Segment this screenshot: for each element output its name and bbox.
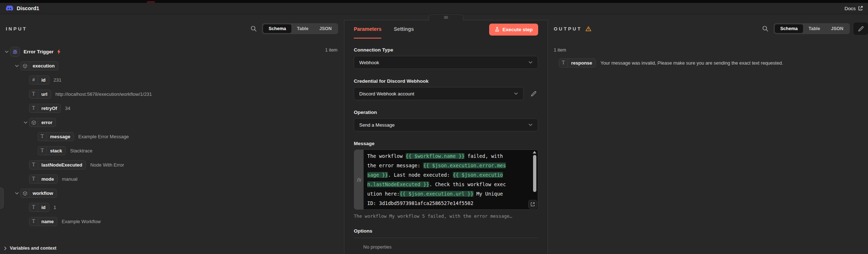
code-line: sage }}. Last node executed: {{ $json.ex… <box>367 170 530 180</box>
chevron-down-icon[interactable] <box>3 50 10 53</box>
credential-select[interactable]: Discord Webhook account <box>354 87 524 100</box>
message-evaluated-preview: The workflow My workflow 5 failed, with … <box>354 213 538 219</box>
execute-step-button[interactable]: Execute step <box>489 24 538 36</box>
edit-output-button[interactable] <box>853 22 868 35</box>
schema-key-name: workflow <box>29 189 56 197</box>
message-code-area[interactable]: The workflow {{ $workflow.name }} failed… <box>364 150 538 209</box>
schema-key-pill[interactable]: TretryOf <box>29 104 61 113</box>
output-row: TresponseYour message was invalid, Pleas… <box>548 57 868 68</box>
message-expression-editor[interactable]: fx The workflow {{ $workflow.name }} fai… <box>354 149 538 210</box>
connection-type-group: Connection Type Webhook <box>354 47 538 69</box>
text-type-icon: T <box>38 132 47 141</box>
chevron-down-icon[interactable] <box>13 192 20 194</box>
tree-row: TretryOf34 <box>0 101 344 115</box>
tree-row: TmessageExample Error Message <box>0 130 344 144</box>
output-schema-rows: TresponseYour message was invalid, Pleas… <box>548 57 868 68</box>
node-name-label[interactable]: Error Trigger <box>24 49 54 54</box>
tree-row: Turlhttp://localhost:5678/execution/work… <box>0 87 344 101</box>
expression-token: {{ $json.execution.error.mes <box>423 163 506 168</box>
output-search-icon[interactable] <box>762 25 769 32</box>
schema-key-pill[interactable]: Tmessage <box>38 132 74 141</box>
schema-key-pill[interactable]: Tname <box>29 217 57 226</box>
output-key-pill[interactable]: Tresponse <box>559 58 596 67</box>
schema-key-pill[interactable]: execution <box>20 61 58 70</box>
text-type-icon: T <box>29 175 38 183</box>
discord-logo-icon <box>5 4 13 12</box>
output-view-table[interactable]: Table <box>803 24 826 33</box>
schema-key-pill[interactable]: Turl <box>29 90 51 99</box>
input-panel-edge-handle[interactable] <box>0 188 4 209</box>
external-link-icon <box>858 6 863 11</box>
output-panel-header: OUTPUT SchemaTableJSON <box>548 14 868 35</box>
parameters-panel: ParametersSettings Execute step Connecti… <box>344 14 548 254</box>
expression-gutter: fx <box>354 150 364 209</box>
code-text: The workflow <box>367 153 406 159</box>
chevron-down-icon[interactable] <box>22 121 29 124</box>
pencil-icon <box>858 26 864 32</box>
warning-triangle-icon <box>585 26 591 32</box>
options-section-label: Options <box>354 228 538 238</box>
credential-edit-pencil-icon[interactable] <box>529 89 538 98</box>
schema-key-pill[interactable]: #id <box>29 75 49 85</box>
input-view-json[interactable]: JSON <box>314 24 337 33</box>
output-view-json[interactable]: JSON <box>826 24 849 33</box>
schema-key-name: error <box>38 118 56 127</box>
text-type-icon: T <box>29 203 38 212</box>
options-empty-text: No properties <box>363 244 538 250</box>
tab-parameters[interactable]: Parameters <box>354 20 381 38</box>
scrollbar-thumb[interactable] <box>533 155 536 192</box>
input-view-schema[interactable]: Schema <box>263 24 291 33</box>
input-panel-header: INPUT SchemaTableJSON <box>0 14 344 35</box>
fx-icon: fx <box>357 177 361 183</box>
panel-drag-handle[interactable] <box>429 14 463 20</box>
operation-select[interactable]: Send a Message <box>354 118 538 131</box>
output-key-name: response <box>568 59 595 67</box>
expand-editor-button[interactable] <box>528 200 537 209</box>
code-text: ID: 3d1dbd5973981afca2586527e14f5502 <box>367 200 474 206</box>
connection-type-select[interactable]: Webhook <box>354 56 538 69</box>
flask-icon <box>495 27 500 32</box>
credential-value: Discord Webhook account <box>359 91 414 97</box>
schema-key-pill[interactable]: Tstack <box>38 146 66 155</box>
number-type-icon: # <box>29 76 38 84</box>
code-line: The workflow {{ $workflow.name }} failed… <box>367 151 530 161</box>
output-panel: OUTPUT SchemaTableJSON 1 item TresponseY… <box>548 14 868 254</box>
output-view-schema[interactable]: Schema <box>775 24 803 33</box>
variables-and-context-row[interactable]: Variables and context <box>4 246 57 251</box>
object-icon <box>21 189 29 197</box>
operation-label: Operation <box>354 110 538 115</box>
docs-link-label: Docs <box>844 6 856 11</box>
input-search-icon[interactable] <box>250 25 257 32</box>
schema-key-pill[interactable]: TlastNodeExecuted <box>29 160 86 169</box>
code-text: failed, with <box>464 153 503 159</box>
connection-type-label: Connection Type <box>354 47 538 53</box>
error-trigger-node-icon <box>10 47 20 57</box>
tree-row: TstackStacktrace <box>0 144 344 158</box>
text-type-icon: T <box>29 90 38 98</box>
chevron-down-icon[interactable] <box>13 65 20 67</box>
tab-settings[interactable]: Settings <box>394 20 414 38</box>
expression-token: {{ $workflow.name }} <box>406 153 465 159</box>
input-panel-title: INPUT <box>6 26 27 32</box>
schema-key-pill[interactable]: workflow <box>20 189 57 198</box>
tree-row: error <box>0 115 344 130</box>
tree-row: TnameExample Workflow <box>0 214 344 229</box>
input-view-table[interactable]: Table <box>291 24 314 33</box>
schema-key-pill[interactable]: Tid <box>29 203 49 212</box>
schema-key-name: name <box>38 217 57 226</box>
schema-key-pill[interactable]: Tmode <box>29 175 58 184</box>
text-type-icon: T <box>29 104 38 112</box>
chevron-down-icon <box>514 92 518 95</box>
parameters-tabs: ParametersSettings Execute step <box>344 20 548 38</box>
editor-scrollbar[interactable] <box>532 151 537 198</box>
input-schema-tree: Error Triggerexecution#id231Turlhttp://l… <box>0 45 344 229</box>
parameters-panel-body: ParametersSettings Execute step Connecti… <box>344 20 548 254</box>
expression-token: sage }} <box>367 172 388 178</box>
docs-link[interactable]: Docs <box>844 6 863 11</box>
tree-row: #id231 <box>0 73 344 87</box>
schema-key-pill[interactable]: error <box>29 118 56 127</box>
expression-token: {{ $json.execution.url }} <box>400 191 473 197</box>
scroll-up-arrow-icon[interactable] <box>533 151 536 153</box>
expression-token: n.lastNodeExecuted }} <box>367 181 429 187</box>
schema-value: Stacktrace <box>70 148 92 153</box>
